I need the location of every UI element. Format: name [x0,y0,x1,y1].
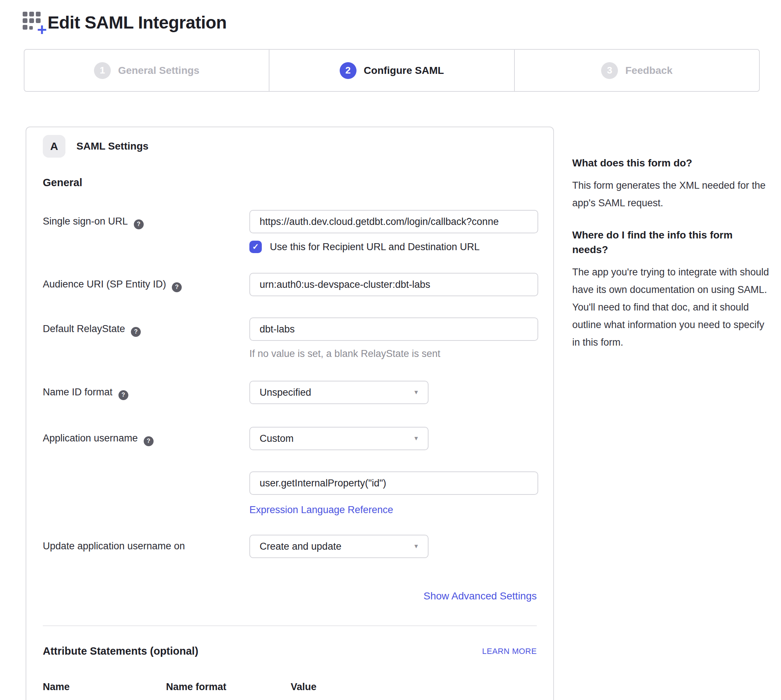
app-grid-plus-icon: + [23,12,44,33]
field-row-name-id-format: Name ID format? Unspecified ▼ [43,381,537,404]
expression-reference-wrap: Expression Language Reference [249,504,537,516]
field-control-col: If no value is set, a blank RelayState i… [249,317,538,360]
column-header-name: Name [43,682,166,693]
general-section-heading: General [43,177,537,189]
chevron-down-icon: ▼ [413,389,419,396]
attribute-statements-header: Attribute Statements (optional) LEARN MO… [43,645,537,657]
panel-title: SAML Settings [77,140,148,152]
sidebar-answer-2: The app you're trying to integrate with … [572,263,770,351]
field-control-col: Unspecified ▼ [249,381,428,404]
attribute-table-header: Name Name format Value [43,682,537,693]
panel-header: A SAML Settings [43,135,537,158]
field-row-audience-uri: Audience URI (SP Entity ID)? [43,273,537,296]
field-label-col: Default RelayState? [43,317,249,335]
name-id-format-select[interactable]: Unspecified ▼ [249,381,428,404]
recipient-url-checkbox-row: ✓ Use this for Recipient URL and Destina… [249,241,538,253]
grid-square [23,12,27,17]
grid-square [23,18,27,23]
field-row-sso-url: Single sign-on URL? ✓ Use this for Recip… [43,210,537,253]
field-control-col: Custom ▼ [249,427,428,450]
field-row-relay-state: Default RelayState? If no value is set, … [43,317,537,360]
sidebar-answer-1: This form generates the XML needed for t… [572,177,770,212]
chevron-down-icon: ▼ [413,543,419,550]
plus-icon: + [37,21,47,38]
field-label-col: Audience URI (SP Entity ID)? [43,273,249,291]
app-username-select[interactable]: Custom ▼ [249,427,428,450]
relay-state-label: Default RelayState [43,323,125,334]
help-sidebar: What does this form do? This form genera… [572,127,770,367]
step-label: Feedback [625,65,673,77]
help-icon[interactable]: ? [134,220,144,229]
page-title: Edit SAML Integration [48,12,227,33]
select-value: Create and update [260,541,341,552]
recipient-url-checkbox[interactable]: ✓ [249,241,262,253]
step-number-badge: 3 [601,62,618,79]
section-a-badge: A [43,135,65,158]
field-label-col: Update application username on [43,535,249,552]
update-username-label: Update application username on [43,540,185,552]
grid-square [29,26,33,30]
step-number-badge: 1 [94,62,111,79]
select-value: Unspecified [260,387,311,398]
audience-uri-input[interactable] [249,273,538,296]
field-row-app-username: Application username? Custom ▼ [43,427,537,450]
page-header: + Edit SAML Integration [23,10,781,34]
column-header-name-format: Name format [166,682,291,693]
attribute-statements-title: Attribute Statements (optional) [43,645,198,657]
field-row-update-username: Update application username on Create an… [43,535,537,558]
chevron-down-icon: ▼ [413,435,419,442]
grid-square [29,12,34,17]
relay-state-input[interactable] [249,317,538,341]
name-id-format-label: Name ID format [43,387,113,398]
audience-uri-label: Audience URI (SP Entity ID) [43,279,166,290]
grid-square [29,18,34,23]
field-label-col: Name ID format? [43,381,249,398]
custom-expression-wrap [249,472,537,495]
field-control-col [249,273,538,296]
section-divider [43,625,537,626]
field-label-col: Single sign-on URL? [43,210,249,228]
select-value: Custom [260,433,294,444]
saml-settings-panel: A SAML Settings General Single sign-on U… [26,127,554,700]
field-label-col: Application username? [43,427,249,445]
app-username-label: Application username [43,433,138,443]
show-advanced-settings-link[interactable]: Show Advanced Settings [423,590,537,602]
grid-square [23,25,27,30]
custom-expression-input[interactable] [249,472,538,495]
advanced-settings-row: Show Advanced Settings [43,590,537,602]
field-control-col: Create and update ▼ [249,535,428,558]
step-configure-saml[interactable]: 2 Configure SAML [270,50,515,91]
sso-url-label: Single sign-on URL [43,216,128,227]
update-username-select[interactable]: Create and update ▼ [249,535,428,558]
help-icon[interactable]: ? [172,282,182,292]
step-feedback[interactable]: 3 Feedback [515,50,759,91]
recipient-url-checkbox-label: Use this for Recipient URL and Destinati… [270,242,480,253]
step-general-settings[interactable]: 1 General Settings [25,50,270,91]
help-icon[interactable]: ? [118,390,128,400]
learn-more-link[interactable]: LEARN MORE [482,647,537,656]
sidebar-question-1: What does this form do? [572,156,770,171]
step-label: General Settings [118,65,200,77]
help-icon[interactable]: ? [131,327,141,337]
relay-state-hint: If no value is set, a blank RelayState i… [249,348,538,360]
wizard-stepper: 1 General Settings 2 Configure SAML 3 Fe… [24,49,760,92]
checkmark-icon: ✓ [252,242,259,252]
step-number-badge: 2 [340,62,356,79]
sso-url-input[interactable] [249,210,538,233]
help-icon[interactable]: ? [144,436,153,446]
grid-square [36,12,41,17]
expression-language-reference-link[interactable]: Expression Language Reference [249,504,393,515]
sidebar-question-2: Where do I find the info this form needs… [572,228,770,257]
step-label: Configure SAML [364,65,444,77]
field-control-col: ✓ Use this for Recipient URL and Destina… [249,210,538,253]
column-header-value: Value [291,682,316,693]
main-content: A SAML Settings General Single sign-on U… [26,127,781,700]
